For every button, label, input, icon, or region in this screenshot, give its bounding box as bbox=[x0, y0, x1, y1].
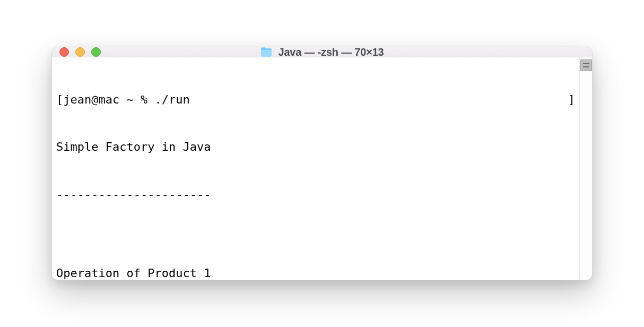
output-line: Simple Factory in Java bbox=[56, 139, 575, 155]
folder-icon bbox=[260, 47, 273, 57]
scrollbar[interactable] bbox=[579, 57, 592, 280]
titlebar[interactable]: Java — -zsh — 70×13 bbox=[52, 47, 592, 57]
close-button[interactable] bbox=[59, 47, 69, 57]
scroll-menu-button[interactable] bbox=[580, 59, 592, 71]
prompt-first-left: [jean@mac ~ % ./run bbox=[56, 92, 190, 108]
prompt-first-right: ] bbox=[568, 92, 575, 108]
minimize-button[interactable] bbox=[75, 47, 85, 57]
output-line: Operation of Product 1 bbox=[56, 265, 575, 280]
content-wrap: [jean@mac ~ % ./run ] Simple Factory in … bbox=[52, 57, 592, 280]
window-title: Java — -zsh — 70×13 bbox=[278, 47, 384, 58]
first-prompt-line: [jean@mac ~ % ./run ] bbox=[56, 92, 575, 108]
terminal-window: Java — -zsh — 70×13 [jean@mac ~ % ./run … bbox=[51, 47, 593, 280]
title-wrap: Java — -zsh — 70×13 bbox=[52, 47, 592, 58]
zoom-button[interactable] bbox=[91, 47, 101, 57]
traffic-lights bbox=[59, 47, 101, 57]
output-line: ---------------------- bbox=[56, 187, 575, 203]
terminal-body[interactable]: [jean@mac ~ % ./run ] Simple Factory in … bbox=[52, 57, 579, 280]
